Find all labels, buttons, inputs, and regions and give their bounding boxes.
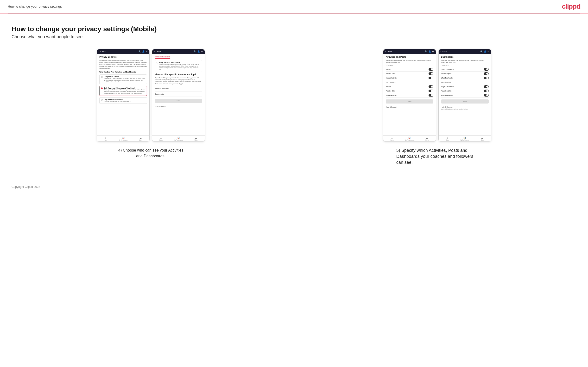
screenshot-group-right: ‹ < Back 🔍 👤 ⚙ Activities and Posts Sele… <box>298 49 577 166</box>
toggle-rounds-followers-switch[interactable] <box>429 85 433 88</box>
toggle-rounds-coaches-switch[interactable] <box>429 68 433 71</box>
followers-section: FOLLOWERS Rounds Practice Drills Manual … <box>386 82 433 98</box>
toggle-practice-followers: Practice Drills <box>386 89 433 93</box>
screen4-save-button[interactable]: Save <box>441 100 489 103</box>
back-icon3: ‹ <box>385 51 386 52</box>
toggle-rounds-coaches: Rounds <box>386 67 433 72</box>
nav-menu3[interactable]: ☰ Menu <box>418 137 436 141</box>
coaches-section4: COACHES Player Dashboard Round Insights … <box>441 65 489 80</box>
search-icon[interactable]: 🔍 <box>138 50 141 53</box>
nav-home2[interactable]: ⌂ Home <box>152 137 170 141</box>
top-bar: How to change your privacy settings clip… <box>0 0 588 13</box>
nav-performance[interactable]: 📊 My Performance <box>114 137 132 141</box>
option-only-you[interactable]: Only You and Your Coach Only you and the… <box>99 97 147 104</box>
toggle-round-insights-followers: Round Insights <box>441 89 489 93</box>
screen3-header: ‹ < Back 🔍 👤 ⚙ <box>383 49 436 54</box>
screen2-bottom-nav: ⌂ Home 📊 My Performance ☰ Menu <box>152 135 205 142</box>
screen1-title: Privacy Controls <box>99 56 147 58</box>
nav-home4[interactable]: ⌂ Home <box>439 137 456 141</box>
screen2-header: ‹ < Back 🔍 👤 ⚙ <box>152 49 205 54</box>
toggle-practice-coaches-switch[interactable] <box>429 72 433 75</box>
phone-screen-4: ‹ < Back 🔍 👤 ⚙ Dashboards Select the das… <box>438 49 491 142</box>
nav-menu[interactable]: ☰ Menu <box>132 137 150 141</box>
toggle-work-on-followers-switch[interactable] <box>484 94 489 97</box>
nav-performance2[interactable]: 📊 My Performance <box>170 137 187 141</box>
toggle-manual-coaches: Manual Activities <box>386 76 433 80</box>
radio-everyone[interactable] <box>101 76 103 78</box>
chart-icon2: 📊 <box>177 137 180 139</box>
settings-icon2[interactable]: ⚙ <box>201 50 203 53</box>
screenshots-row: ‹ < Back 🔍 👤 ⚙ Privacy Controls Control … <box>12 49 576 166</box>
home-icon3: ⌂ <box>391 137 392 139</box>
screen2-help: Help & Support <box>155 104 202 108</box>
radio-card <box>156 62 158 63</box>
screen2-content: Privacy Controls Only You and Your Coach… <box>152 54 205 135</box>
back-icon2: ‹ <box>154 51 155 52</box>
screen1-bottom-nav: ⌂ Home 📊 My Performance ☰ Menu <box>97 135 149 142</box>
settings-icon3[interactable]: ⚙ <box>432 50 434 53</box>
toggle-rounds-followers: Rounds <box>386 84 433 89</box>
radio-approved[interactable] <box>101 87 103 89</box>
screen1-content: Privacy Controls Control how you and you… <box>97 54 149 135</box>
screen1-back[interactable]: ‹ < Back <box>99 51 106 52</box>
home-icon2: ⌂ <box>160 137 162 139</box>
screen2-save-button[interactable]: Save <box>155 99 202 103</box>
nav-performance4[interactable]: 📊 My Performance <box>456 137 474 141</box>
nav-performance3[interactable]: 📊 My Performance <box>401 137 418 141</box>
screen2-show-title: Show or hide specific features in Clippd <box>155 73 202 76</box>
nav-home3[interactable]: ⌂ Home <box>383 137 401 141</box>
chart-icon4: 📊 <box>463 137 466 139</box>
copyright: Copyright Clippd 2022 <box>12 185 40 189</box>
phone-screen-3: ‹ < Back 🔍 👤 ⚙ Activities and Posts Sele… <box>383 49 436 142</box>
screen3-icons: 🔍 👤 ⚙ <box>425 50 434 53</box>
option-everyone[interactable]: Everyone on Clippd Everyone on Clippd ca… <box>99 75 147 84</box>
menu-icon2: ☰ <box>195 137 197 139</box>
user-icon3[interactable]: 👤 <box>429 50 431 53</box>
clippd-logo: clippd <box>562 3 580 10</box>
nav-home[interactable]: ⌂ Home <box>97 137 114 141</box>
activities-posts-row[interactable]: Activities and Posts › <box>155 86 202 92</box>
screen3-bottom-nav: ⌂ Home 📊 My Performance ☰ Menu <box>383 135 436 142</box>
toggle-work-on-coaches: What To Work On <box>441 76 489 80</box>
user-icon2[interactable]: 👤 <box>198 50 200 53</box>
nav-menu4[interactable]: ☰ Menu <box>474 137 491 141</box>
screen2-tab[interactable]: Privacy Controls <box>155 56 170 58</box>
screen4-help: Help & Support Visit our Clippd communit… <box>441 105 489 111</box>
toggle-manual-coaches-switch[interactable] <box>429 77 433 79</box>
toggle-manual-followers-switch[interactable] <box>429 94 433 97</box>
caption4: 4) Choose who can see your Activities an… <box>117 148 184 159</box>
followers-section4: FOLLOWERS Player Dashboard Round Insight… <box>441 82 489 98</box>
search-icon2[interactable]: 🔍 <box>194 50 196 53</box>
toggle-practice-followers-switch[interactable] <box>429 90 433 92</box>
screen4-back[interactable]: ‹ < Back <box>441 51 447 52</box>
toggle-round-insights-followers-switch[interactable] <box>484 90 489 92</box>
screen2-show-desc: Regardless of the privacy controls that … <box>155 77 202 85</box>
back-icon: ‹ <box>99 51 99 52</box>
screen2-back[interactable]: ‹ < Back <box>154 51 161 52</box>
caption5: 5) Specify which Activities, Posts and D… <box>396 148 478 166</box>
toggle-round-insights-coaches-switch[interactable] <box>484 72 489 75</box>
main-content: How to change your privacy settings (Mob… <box>0 14 588 180</box>
radio-only-you[interactable] <box>101 99 103 101</box>
user-icon[interactable]: 👤 <box>142 50 145 53</box>
toggle-work-on-followers: What To Work On <box>441 93 489 98</box>
dashboards-row[interactable]: Dashboards › <box>155 92 202 97</box>
option-approved[interactable]: Only Approved Followers and Your Coach O… <box>99 86 147 96</box>
settings-icon[interactable]: ⚙ <box>146 50 147 53</box>
search-icon4[interactable]: 🔍 <box>480 50 483 53</box>
screen3-content: Activities and Posts Select the types of… <box>383 54 436 135</box>
toggle-work-on-coaches-switch[interactable] <box>484 77 489 79</box>
screen4-bottom-nav: ⌂ Home 📊 My Performance ☰ Menu <box>439 135 491 142</box>
screenshot-pair-left: ‹ < Back 🔍 👤 ⚙ Privacy Controls Control … <box>97 49 205 142</box>
settings-icon4[interactable]: ⚙ <box>487 50 489 53</box>
screen2-option-card: Only You and Your Coach Only you and the… <box>155 60 202 72</box>
nav-menu2[interactable]: ☰ Menu <box>187 137 205 141</box>
toggle-player-dash-coaches: Player Dashboard <box>441 67 489 72</box>
screen4-title: Dashboards <box>441 56 489 58</box>
screen3-save-button[interactable]: Save <box>386 100 433 103</box>
screen3-back[interactable]: ‹ < Back <box>385 51 392 52</box>
search-icon3[interactable]: 🔍 <box>425 50 427 53</box>
toggle-player-dash-followers-switch[interactable] <box>484 85 489 88</box>
toggle-player-dash-coaches-switch[interactable] <box>484 68 489 71</box>
user-icon4[interactable]: 👤 <box>484 50 486 53</box>
